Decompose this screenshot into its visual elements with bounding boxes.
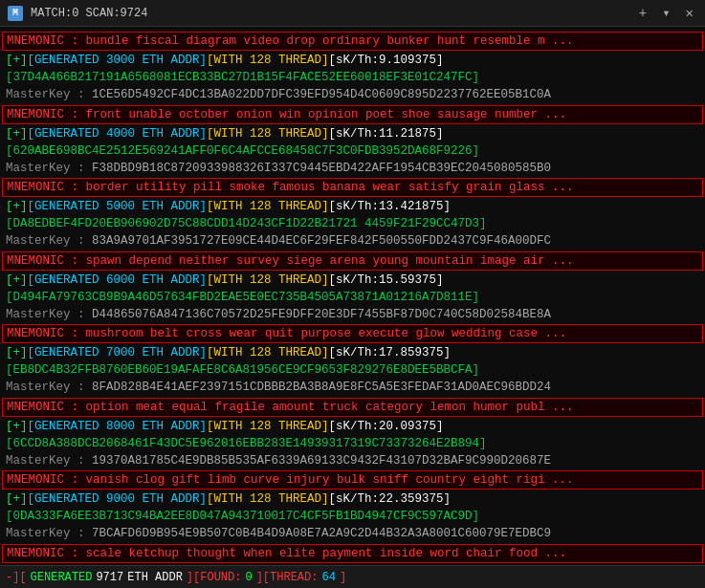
masterkey-value: D44865076A847136C70572D25FE9DFF20E3DF745…	[92, 308, 551, 321]
log-line-26: [0DA333FA6EE3B713C94BA2EE8D047A943710017…	[2, 508, 703, 525]
generated-plus: [+]	[6, 273, 28, 287]
log-line-14: [D494FA79763CB9B9A46D57634FBD2EAE5E0EC73…	[2, 289, 703, 306]
masterkey-value: 19370A81785C4E9DB85B535AF6339A69133C9432…	[92, 454, 551, 468]
app-icon: M	[8, 6, 23, 21]
log-line-11: MasterKey : 83A9A9701AF3951727E09CE44D4E…	[2, 232, 703, 250]
log-line-4: MNEMONIC : front unable october onion wi…	[2, 105, 703, 124]
log-line-28: MNEMONIC : scale ketchup thought when el…	[2, 544, 703, 563]
generated-thread-label: [WITH 128 THREAD]	[207, 346, 329, 359]
generated-plus: [+]	[6, 127, 28, 141]
generated-addr-label: [GENERATED 7000 ETH ADDR]	[28, 346, 208, 359]
generated-sk: [sK/Th:22.359375]	[329, 492, 452, 506]
status-thread-label: ][THREAD:	[256, 571, 319, 584]
masterkey-value: 8FAD828B4E41AEF2397151CDBBB2BA3B8A9E8FC5…	[92, 381, 551, 394]
status-prefix: -][	[6, 571, 27, 584]
masterkey-label: MasterKey :	[6, 88, 92, 101]
masterkey-label: MasterKey :	[6, 381, 92, 394]
title-bar-text: MATCH:0 SCAN:9724	[31, 7, 628, 20]
log-line-2: [37D4A466B217191A6568081ECB33BC27D1B15F4…	[2, 69, 703, 86]
log-line-10: [DA8EDBEF4FD20EB906902D75C88CDD14D243CF1…	[2, 215, 703, 232]
log-line-3: MasterKey : 1CE56D5492CF4DC13BA022DD7DFC…	[2, 86, 703, 103]
generated-sk: [sK/Th:17.859375]	[329, 346, 452, 359]
status-found-label: ][FOUND:	[187, 571, 242, 584]
generated-thread-label: [WITH 128 THREAD]	[207, 273, 329, 287]
log-line-20: MNEMONIC : option meat equal fragile amo…	[2, 398, 703, 417]
masterkey-value: F38DBD9B18C8720933988326I337C9445EBD422A…	[92, 162, 551, 175]
generated-addr-label: [GENERATED 4000 ETH ADDR]	[28, 127, 208, 141]
generated-thread-label: [WITH 128 THREAD]	[207, 54, 329, 67]
tab-chevron-button[interactable]: ▾	[658, 5, 673, 21]
generated-thread-label: [WITH 128 THREAD]	[207, 200, 329, 213]
generated-plus: [+]	[6, 200, 28, 213]
masterkey-label: MasterKey :	[6, 162, 92, 175]
log-line-8: MNEMONIC : border utility pill smoke fam…	[2, 178, 703, 197]
log-line-12: MNEMONIC : spawn depend neither survey s…	[2, 251, 703, 271]
masterkey-label: MasterKey :	[6, 234, 92, 248]
status-suffix: ]	[340, 571, 346, 584]
log-line-6: [620ABE698BC4E2512E569241AFF0F6C4AFCCE68…	[2, 142, 703, 160]
generated-sk: [sK/Th:11.21875]	[329, 127, 444, 141]
log-line-27: MasterKey : 7BCAFD6D9B954E9B507C0B4B4D9A…	[2, 525, 703, 542]
close-button[interactable]: ✕	[682, 5, 697, 21]
generated-thread-label: [WITH 128 THREAD]	[207, 492, 329, 506]
status-addr-label: ETH ADDR	[127, 571, 183, 584]
log-line-23: MasterKey : 19370A81785C4E9DB85B535AF633…	[2, 452, 703, 469]
generated-addr-label: [GENERATED 5000 ETH ADDR]	[28, 200, 208, 213]
status-bar: -][ GENERATED 9717 ETH ADDR ][FOUND:0][T…	[0, 565, 705, 588]
masterkey-label: MasterKey :	[6, 527, 92, 540]
title-bar: M MATCH:0 SCAN:9724 + ▾ ✕	[0, 0, 705, 27]
status-thread-value: 64	[321, 571, 335, 584]
log-line-22: [6CCD8A388DCB2068461F43DC5E962016EBB283E…	[2, 435, 703, 452]
main-content: MNEMONIC : bundle fiscal diagram video d…	[0, 27, 705, 565]
generated-sk: [sK/Th:9.109375]	[329, 54, 444, 67]
status-scan-value: 9717	[96, 571, 123, 584]
masterkey-value: 1CE56D5492CF4DC13BA022DD7DFC39EFD954D4C0…	[92, 88, 551, 101]
log-line-13: [+][GENERATED 6000 ETH ADDR][WITH 128 TH…	[2, 272, 703, 289]
log-line-0: MNEMONIC : bundle fiscal diagram video d…	[2, 32, 703, 51]
log-line-25: [+][GENERATED 9000 ETH ADDR][WITH 128 TH…	[2, 490, 703, 508]
masterkey-value: 83A9A9701AF3951727E09CE44D4EC6F29FEF842F…	[92, 234, 551, 248]
log-line-5: [+][GENERATED 4000 ETH ADDR][WITH 128 TH…	[2, 125, 703, 142]
log-line-24: MNEMONIC : vanish clog gift limb curve i…	[2, 470, 703, 490]
generated-sk: [sK/Th:13.421875]	[329, 200, 452, 213]
generated-addr-label: [GENERATED 3000 ETH ADDR]	[28, 54, 208, 67]
generated-addr-label: [GENERATED 9000 ETH ADDR]	[28, 492, 208, 506]
log-line-7: MasterKey : F38DBD9B18C8720933988326I337…	[2, 160, 703, 177]
generated-thread-label: [WITH 128 THREAD]	[207, 127, 329, 141]
log-line-1: [+][GENERATED 3000 ETH ADDR][WITH 128 TH…	[2, 52, 703, 69]
generated-addr-label: [GENERATED 8000 ETH ADDR]	[28, 420, 208, 433]
generated-addr-label: [GENERATED 6000 ETH ADDR]	[28, 273, 208, 287]
masterkey-value: 7BCAFD6D9B954E9B507C0B4B4D9A08E7A2A9C2D4…	[92, 527, 551, 540]
new-tab-button[interactable]: +	[635, 6, 650, 21]
log-line-19: MasterKey : 8FAD828B4E41AEF2397151CDBBB2…	[2, 379, 703, 396]
log-line-17: [+][GENERATED 7000 ETH ADDR][WITH 128 TH…	[2, 344, 703, 361]
log-line-18: [EB8DC4B32FFB8760EB60E19AFAFE8C6A81956CE…	[2, 361, 703, 379]
generated-plus: [+]	[6, 54, 28, 67]
masterkey-label: MasterKey :	[6, 308, 92, 321]
generated-plus: [+]	[6, 492, 28, 506]
log-line-16: MNEMONIC : mushroom belt cross wear quit…	[2, 324, 703, 343]
status-found-value: 0	[245, 571, 252, 584]
generated-thread-label: [WITH 128 THREAD]	[207, 420, 329, 433]
generated-plus: [+]	[6, 420, 28, 433]
generated-plus: [+]	[6, 346, 28, 359]
generated-sk: [sK/Th:15.59375]	[329, 273, 444, 287]
log-line-21: [+][GENERATED 8000 ETH ADDR][WITH 128 TH…	[2, 418, 703, 435]
generated-sk: [sK/Th:20.09375]	[329, 420, 444, 433]
log-line-15: MasterKey : D44865076A847136C70572D25FE9…	[2, 306, 703, 323]
masterkey-label: MasterKey :	[6, 454, 92, 468]
log-line-9: [+][GENERATED 5000 ETH ADDR][WITH 128 TH…	[2, 198, 703, 215]
status-generated-label: GENERATED	[31, 571, 93, 584]
